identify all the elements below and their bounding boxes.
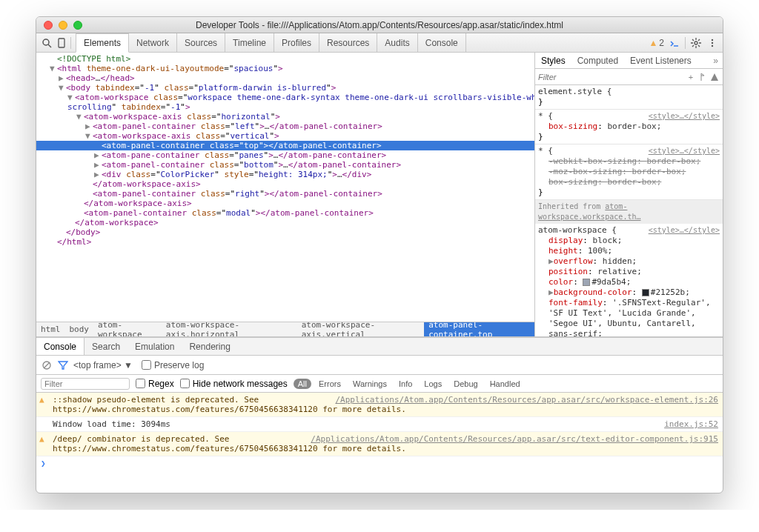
- dom-node[interactable]: </atom-workspace-axis>: [36, 199, 534, 208]
- more-icon[interactable]: [706, 37, 718, 49]
- svg-point-4: [695, 41, 697, 44]
- console-message[interactable]: ▲/Applications/Atom.app/Contents/Resourc…: [36, 432, 723, 456]
- frame-selector[interactable]: <top frame> ▼: [73, 360, 133, 370]
- dom-node[interactable]: </atom-workspace>: [36, 218, 534, 227]
- message-location[interactable]: /Applications/Atom.app/Contents/Resource…: [311, 434, 718, 444]
- drawer-tabs: ConsoleSearchEmulationRendering: [36, 338, 723, 356]
- svg-line-12: [698, 39, 700, 41]
- svg-rect-2: [59, 39, 64, 47]
- svg-point-13: [712, 39, 713, 40]
- dom-node[interactable]: ▶<div class="ColorPicker" style="height:…: [36, 170, 534, 179]
- dom-node[interactable]: <atom-panel-container class="modal"></at…: [36, 208, 534, 218]
- dom-node[interactable]: ▶<atom-panel-container class="left">…</a…: [36, 122, 534, 131]
- console-message[interactable]: ▲/Applications/Atom.app/Contents/Resourc…: [36, 393, 723, 417]
- dom-node[interactable]: ▼<atom-workspace class="workspace theme-…: [36, 93, 534, 102]
- clear-console-icon[interactable]: [41, 359, 53, 371]
- elements-panel[interactable]: <!DOCTYPE html>▼<html theme-one-dark-ui-…: [36, 53, 534, 322]
- style-source-link[interactable]: <style>…</style>: [649, 225, 720, 236]
- tab-console[interactable]: Console: [418, 33, 466, 52]
- dom-node[interactable]: <!DOCTYPE html>: [36, 54, 534, 64]
- svg-point-14: [712, 41, 713, 43]
- dom-node[interactable]: <atom-panel-container class="top"></atom…: [36, 141, 534, 150]
- log-level-errors[interactable]: Errors: [314, 379, 345, 389]
- drawer-tab-console[interactable]: Console: [36, 338, 84, 355]
- svg-point-0: [43, 39, 49, 45]
- tab-network[interactable]: Network: [129, 33, 177, 52]
- crumb[interactable]: html: [36, 322, 65, 336]
- regex-checkbox[interactable]: Regex: [136, 379, 174, 389]
- message-location[interactable]: index.js:52: [664, 419, 718, 429]
- svg-line-18: [44, 362, 50, 368]
- styles-tab-event-listeners[interactable]: Event Listeners: [624, 56, 697, 66]
- dom-node[interactable]: scrolling" tabindex="-1">: [36, 102, 534, 112]
- svg-point-15: [712, 44, 713, 46]
- console-filter-input[interactable]: [41, 378, 130, 390]
- inspect-icon[interactable]: [41, 37, 53, 49]
- log-level-debug[interactable]: Debug: [449, 379, 482, 389]
- dom-node[interactable]: ▼<html theme-one-dark-ui-layoutmode="spa…: [36, 64, 534, 73]
- style-source-link[interactable]: <style>…</style>: [649, 111, 720, 122]
- preserve-log-checkbox[interactable]: Preserve log: [142, 360, 204, 370]
- svg-line-11: [692, 45, 694, 47]
- tab-timeline[interactable]: Timeline: [225, 33, 274, 52]
- drawer-tab-rendering[interactable]: Rendering: [182, 338, 237, 355]
- tab-sources[interactable]: Sources: [177, 33, 225, 52]
- error-count-value: 2: [659, 38, 664, 48]
- dom-node[interactable]: ▼<atom-workspace-axis class="horizontal"…: [36, 112, 534, 122]
- dom-node[interactable]: ▶<atom-pane-container class="panes">…</a…: [36, 150, 534, 160]
- inherited-from-link[interactable]: atom-workspace.workspace.th…: [538, 202, 640, 221]
- hide-network-checkbox[interactable]: Hide network messages: [180, 379, 288, 389]
- log-level-logs[interactable]: Logs: [420, 379, 446, 389]
- dom-node[interactable]: ▶<atom-panel-container class="bottom">…<…: [36, 160, 534, 170]
- console-message[interactable]: index.js:52Window load time: 3094ms: [36, 417, 723, 432]
- dom-node[interactable]: <atom-panel-container class="right"></at…: [36, 189, 534, 199]
- filter-icon[interactable]: [57, 359, 69, 371]
- log-level-all[interactable]: All: [294, 379, 311, 389]
- add-rule-icon[interactable]: +: [686, 72, 696, 82]
- crumb[interactable]: atom-workspace-axis.vertical: [297, 322, 425, 336]
- animations-icon[interactable]: [709, 72, 720, 82]
- drawer-toggle-icon[interactable]: [669, 37, 680, 49]
- main-toolbar: ElementsNetworkSourcesTimelineProfilesRe…: [36, 33, 723, 53]
- dom-node[interactable]: </body>: [36, 227, 534, 237]
- log-level-info[interactable]: Info: [394, 379, 417, 389]
- tab-audits[interactable]: Audits: [377, 33, 417, 52]
- dom-node[interactable]: </atom-workspace-axis>: [36, 179, 534, 189]
- devtools-window: Developer Tools - file:///Applications/A…: [36, 16, 723, 493]
- tab-resources[interactable]: Resources: [319, 33, 377, 52]
- style-source-link[interactable]: <style>…</style>: [649, 146, 720, 156]
- crumb[interactable]: atom-workspace: [93, 322, 162, 336]
- styles-filter-input[interactable]: [538, 73, 686, 82]
- styles-sidebar: StylesComputedEvent Listeners » + elemen…: [534, 53, 723, 336]
- styles-tabs: StylesComputedEvent Listeners »: [535, 53, 723, 69]
- dom-node[interactable]: </html>: [36, 237, 534, 247]
- drawer-tab-search[interactable]: Search: [84, 338, 127, 355]
- console-drawer: ConsoleSearchEmulationRendering <top fra…: [36, 337, 723, 493]
- crumb[interactable]: body: [65, 322, 94, 336]
- settings-icon[interactable]: [690, 37, 702, 49]
- drawer-tab-emulation[interactable]: Emulation: [127, 338, 182, 355]
- dom-node[interactable]: ▶<head>…</head>: [36, 73, 534, 83]
- tab-profiles[interactable]: Profiles: [274, 33, 319, 52]
- styles-tab-computed[interactable]: Computed: [571, 56, 624, 66]
- dom-node[interactable]: ▼<body tabindex="-1" class="platform-dar…: [36, 83, 534, 93]
- window-title: Developer Tools - file:///Applications/A…: [36, 20, 723, 30]
- crumb[interactable]: atom-workspace-axis.horizontal: [162, 322, 297, 336]
- error-count[interactable]: ▲2: [649, 38, 664, 48]
- styles-body[interactable]: element.style {}<style>…</style>* {box-s…: [535, 85, 723, 336]
- svg-marker-16: [711, 73, 718, 81]
- console-log[interactable]: ▲/Applications/Atom.app/Contents/Resourc…: [36, 393, 723, 493]
- breadcrumb: htmlbodyatom-workspaceatom-workspace-axi…: [36, 322, 534, 336]
- styles-more-icon[interactable]: »: [709, 56, 723, 66]
- styles-tab-styles[interactable]: Styles: [535, 56, 571, 66]
- crumb[interactable]: atom-panel-container.top: [424, 322, 534, 336]
- dom-node[interactable]: ▼<atom-workspace-axis class="vertical">: [36, 131, 534, 141]
- tab-elements[interactable]: Elements: [76, 33, 129, 53]
- warning-icon: ▲: [39, 395, 44, 405]
- message-location[interactable]: /Applications/Atom.app/Contents/Resource…: [335, 395, 718, 405]
- console-prompt[interactable]: ❯: [36, 456, 723, 471]
- element-state-icon[interactable]: [697, 72, 708, 82]
- log-level-warnings[interactable]: Warnings: [348, 379, 391, 389]
- log-level-handled[interactable]: Handled: [485, 379, 525, 389]
- device-mode-icon[interactable]: [56, 37, 67, 49]
